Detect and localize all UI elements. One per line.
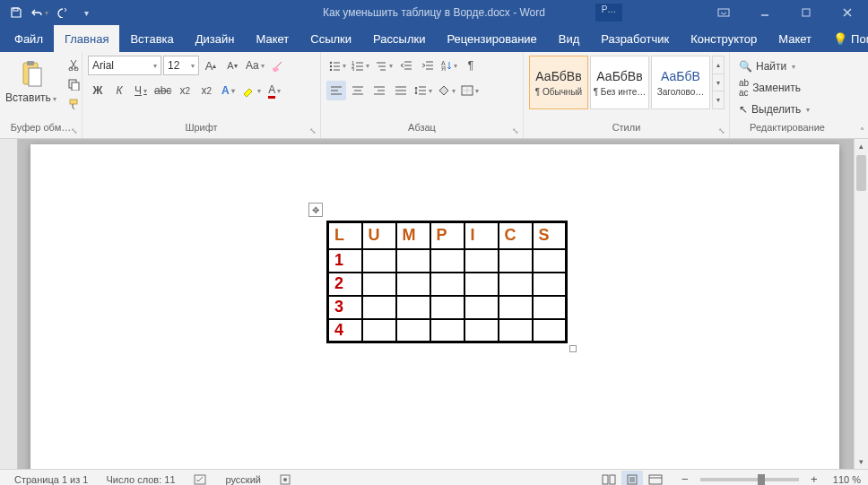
table-cell[interactable] bbox=[362, 273, 396, 296]
table-cell[interactable] bbox=[533, 273, 567, 296]
superscript-button[interactable]: x2 bbox=[196, 81, 216, 100]
numbering-button[interactable]: 123 bbox=[350, 56, 371, 75]
table-cell[interactable]: 1 bbox=[328, 249, 362, 273]
paste-label[interactable]: Вставить bbox=[5, 91, 56, 104]
status-language[interactable]: русский bbox=[217, 474, 270, 485]
cut-button[interactable] bbox=[64, 56, 83, 74]
change-case-button[interactable]: Aa bbox=[244, 56, 266, 75]
table-cell[interactable] bbox=[430, 249, 464, 273]
styles-launcher[interactable]: ⤡ bbox=[716, 126, 727, 136]
table-cell[interactable]: S bbox=[533, 222, 567, 249]
status-page[interactable]: Страница 1 из 1 bbox=[5, 474, 97, 485]
table-cell[interactable]: M bbox=[396, 222, 430, 249]
zoom-slider[interactable] bbox=[700, 478, 799, 481]
tab-design[interactable]: Дизайн bbox=[185, 25, 246, 52]
align-center-button[interactable] bbox=[348, 81, 368, 100]
tab-tell-me[interactable]: 💡Помощн bbox=[822, 25, 868, 52]
redo-button[interactable] bbox=[52, 2, 74, 23]
format-painter-button[interactable] bbox=[64, 95, 83, 113]
table-cell[interactable] bbox=[464, 273, 499, 296]
bold-button[interactable]: Ж bbox=[88, 81, 108, 100]
tab-insert[interactable]: Вставка bbox=[119, 25, 184, 52]
table-cell[interactable] bbox=[499, 273, 533, 296]
minimize-button[interactable] bbox=[744, 0, 786, 25]
line-spacing-button[interactable] bbox=[412, 81, 434, 100]
table-cell[interactable]: 2 bbox=[328, 273, 362, 296]
close-button[interactable] bbox=[827, 0, 868, 25]
tab-table-layout[interactable]: Макет bbox=[768, 25, 822, 52]
style-heading1[interactable]: АаБбВЗаголово… bbox=[651, 56, 710, 109]
view-read-mode[interactable] bbox=[598, 471, 620, 486]
table-cell[interactable] bbox=[396, 296, 430, 319]
scroll-up-button[interactable]: ▴ bbox=[855, 139, 868, 153]
align-right-button[interactable] bbox=[369, 81, 389, 100]
underline-button[interactable]: Ч bbox=[131, 81, 151, 100]
find-button[interactable]: 🔍Найти bbox=[735, 57, 813, 75]
table-cell[interactable] bbox=[430, 319, 464, 342]
table-cell[interactable] bbox=[430, 296, 464, 319]
tab-table-design[interactable]: Конструктор bbox=[680, 25, 768, 52]
styles-scroll-up[interactable]: ▴ bbox=[713, 56, 724, 74]
undo-button[interactable] bbox=[29, 2, 50, 23]
document-table[interactable]: L U M P I C S 1 2 3 4 bbox=[326, 221, 568, 343]
table-cell[interactable] bbox=[362, 319, 396, 342]
table-header-row[interactable]: L U M P I C S bbox=[328, 222, 567, 249]
zoom-in-button[interactable]: + bbox=[806, 472, 822, 485]
strikethrough-button[interactable]: abc bbox=[152, 81, 173, 100]
table-cell[interactable] bbox=[499, 296, 533, 319]
tab-view[interactable]: Вид bbox=[548, 25, 591, 52]
qat-customize-button[interactable]: ▾ bbox=[75, 2, 97, 23]
table-cell[interactable]: I bbox=[464, 222, 499, 249]
ribbon-display-options[interactable] bbox=[703, 0, 744, 25]
styles-scroll-down[interactable]: ▾ bbox=[713, 74, 724, 92]
tab-home[interactable]: Главная bbox=[54, 25, 119, 52]
italic-button[interactable]: К bbox=[109, 81, 129, 100]
clipboard-launcher[interactable]: ⤡ bbox=[69, 126, 80, 136]
table-cell[interactable] bbox=[396, 273, 430, 296]
sort-button[interactable]: AЯ bbox=[439, 56, 459, 75]
table-row[interactable]: 1 bbox=[328, 249, 567, 273]
maximize-button[interactable] bbox=[786, 0, 827, 25]
table-cell[interactable] bbox=[396, 319, 430, 342]
table-cell[interactable] bbox=[533, 249, 567, 273]
table-cell[interactable]: C bbox=[499, 222, 533, 249]
tab-layout[interactable]: Макет bbox=[245, 25, 299, 52]
vertical-ruler[interactable] bbox=[0, 139, 18, 469]
status-word-count[interactable]: Число слов: 11 bbox=[97, 474, 184, 485]
zoom-slider-thumb[interactable] bbox=[758, 474, 765, 485]
justify-button[interactable] bbox=[391, 81, 411, 100]
highlight-button[interactable] bbox=[239, 81, 263, 100]
style-no-spacing[interactable]: АаБбВв¶ Без инте… bbox=[590, 56, 649, 109]
table-cell[interactable] bbox=[499, 249, 533, 273]
collapse-ribbon-button[interactable]: ˄ bbox=[860, 126, 864, 136]
increase-indent-button[interactable] bbox=[418, 56, 438, 75]
grow-font-button[interactable]: A▴ bbox=[201, 56, 221, 75]
zoom-out-button[interactable]: − bbox=[677, 472, 693, 485]
table-cell[interactable] bbox=[464, 249, 499, 273]
decrease-indent-button[interactable] bbox=[396, 56, 416, 75]
table-row[interactable]: 2 bbox=[328, 273, 567, 296]
table-cell[interactable] bbox=[430, 273, 464, 296]
replace-button[interactable]: abacЗаменить bbox=[735, 79, 813, 97]
status-macro[interactable] bbox=[270, 473, 300, 486]
table-row[interactable]: 4 bbox=[328, 319, 567, 342]
font-size-combo[interactable]: 12▾ bbox=[163, 56, 199, 75]
borders-button[interactable] bbox=[459, 81, 481, 100]
view-print-layout[interactable] bbox=[621, 471, 643, 486]
table-move-handle[interactable]: ✥ bbox=[308, 203, 323, 217]
table-cell[interactable]: P bbox=[430, 222, 464, 249]
select-button[interactable]: ↖Выделить bbox=[735, 100, 813, 118]
paragraph-launcher[interactable]: ⤡ bbox=[510, 126, 521, 136]
clear-formatting-button[interactable] bbox=[268, 56, 288, 75]
multilevel-list-button[interactable] bbox=[373, 56, 395, 75]
zoom-level[interactable]: 110 % bbox=[824, 474, 863, 485]
font-launcher[interactable]: ⤡ bbox=[308, 126, 318, 136]
bullets-button[interactable] bbox=[326, 56, 348, 75]
style-normal[interactable]: АаБбВв¶ Обычный bbox=[529, 56, 588, 109]
status-spellcheck[interactable] bbox=[185, 473, 217, 486]
text-effects-button[interactable]: A bbox=[218, 81, 238, 100]
scroll-thumb[interactable] bbox=[856, 155, 866, 191]
table-cell[interactable]: U bbox=[362, 222, 396, 249]
show-marks-button[interactable]: ¶ bbox=[461, 56, 481, 75]
copy-button[interactable] bbox=[64, 75, 83, 93]
